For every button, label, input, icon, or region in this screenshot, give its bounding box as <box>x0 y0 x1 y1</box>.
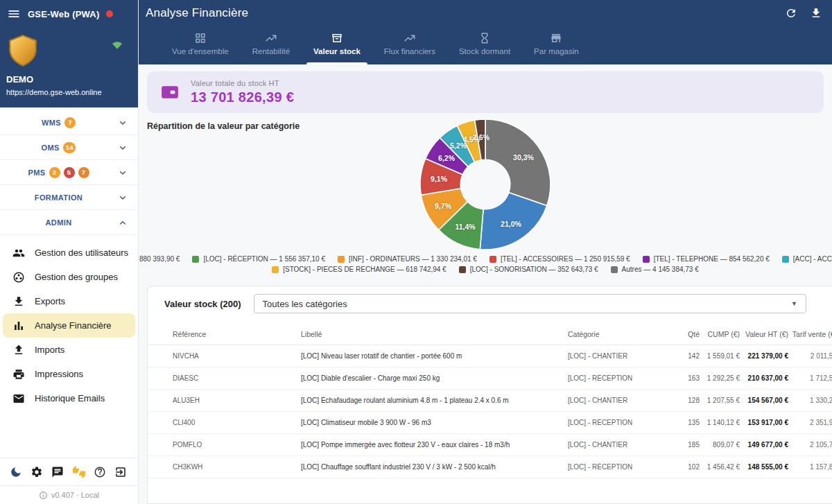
pie-slice-label: 6,2% <box>438 154 455 162</box>
legend-swatch <box>643 256 650 263</box>
cell-qte: 135 <box>666 419 700 426</box>
main-header: Analyse Financière Vue d'ensembleRentabi… <box>139 0 832 64</box>
legend-label: [ACC] - ACCESSOIRES — 712 592,18 € <box>793 255 832 263</box>
tab-active-indicator <box>452 62 517 64</box>
table-body: NIVCHA[LOC] Niveau laser rotatif de chan… <box>148 345 832 503</box>
tab-label: Flux financiers <box>384 47 435 55</box>
sidebar-section-admin[interactable]: ADMIN <box>0 210 138 235</box>
help-icon[interactable] <box>94 466 106 478</box>
legend-label: Autres — 4 145 384,73 € <box>622 266 699 273</box>
feedback-icon[interactable] <box>51 466 64 478</box>
content-area: Valeur totale du stock HT 13 701 826,39 … <box>139 64 832 504</box>
section-label: ADMIN <box>45 218 71 227</box>
table-row[interactable]: DIAESC[LOC] Diable d'escalier - Charge m… <box>148 367 832 390</box>
app-window: GSE-Web (PWA) DEMO https://demo.gse-web.… <box>0 0 832 504</box>
pie-slice-label: 11,4% <box>455 223 475 231</box>
table-title: Valeur stock (200) <box>164 299 241 309</box>
table-row[interactable]: NIVCHA[LOC] Niveau laser rotatif de chan… <box>148 345 832 367</box>
cell-tarif: 1 712,51 <box>788 374 832 382</box>
legend-label: [LOC] - CHANTIER — 2 880 393,90 € <box>139 255 180 263</box>
legend-item: [STOCK] - PIECES DE RECHANGE — 618 742,9… <box>272 266 446 273</box>
sidebar-item-gestion-des-groupes[interactable]: Gestion des groupes <box>3 265 135 289</box>
cell-tarif: 2 351,93 <box>788 419 832 426</box>
table-row[interactable]: ALU3EH[LOC] Échafaudage roulant aluminiu… <box>148 390 832 412</box>
votes-icon[interactable] <box>73 466 85 478</box>
dark-mode-icon[interactable] <box>10 466 22 478</box>
sidebar-item-gestion-des-utilisateurs[interactable]: Gestion des utilisateurs <box>3 241 135 265</box>
version-label: v0.407 · Local <box>51 491 99 499</box>
sidebar-section-formation[interactable]: FORMATION <box>0 185 138 210</box>
tab-active-indicator <box>306 62 367 64</box>
legend-item: [LOC] - CHANTIER — 2 880 393,90 € <box>139 255 180 263</box>
category-select[interactable]: Toutes les catégories ▼ <box>254 294 806 313</box>
section-label: FORMATION <box>35 193 83 202</box>
sidebar-item-historique-emails[interactable]: Historique Emails <box>3 386 135 410</box>
tab-stock-dormant[interactable]: Stock dormant <box>452 31 517 64</box>
section-label: OMS <box>42 144 60 152</box>
legend-label: [TEL] - ACCESSOIRES — 1 250 915,59 € <box>501 255 630 263</box>
legend-swatch <box>192 256 199 263</box>
environment-name: DEMO <box>6 74 33 85</box>
header-actions <box>785 7 825 19</box>
sidebar-item-impressions[interactable]: Impressions <box>3 362 135 386</box>
sidebar-item-imports[interactable]: Imports <box>3 338 135 362</box>
sidebar-item-label: Impressions <box>35 369 83 379</box>
pie-slice-label: 2,6% <box>473 133 489 141</box>
tab-label: Stock dormant <box>459 47 510 55</box>
tab-vue-d-ensemble[interactable]: Vue d'ensemble <box>165 31 236 64</box>
sidebar-item-label: Imports <box>35 345 64 355</box>
column-header-qte: Qté <box>666 330 700 338</box>
sidebar-item-label: Analyse Financière <box>35 320 112 331</box>
cell-valeur_ht: 210 637,00 € <box>740 374 788 382</box>
stock-total-card: Valeur totale du stock HT 13 701 826,39 … <box>147 71 824 113</box>
status-dot <box>106 10 113 17</box>
table-row[interactable]: CH3KWH[LOC] Chauffage soufflant industri… <box>148 456 832 478</box>
main-panel: Analyse Financière Vue d'ensembleRentabi… <box>139 0 832 504</box>
legend-swatch <box>782 256 789 263</box>
pie-slice-label: 9,7% <box>435 202 451 210</box>
stock-total-value: 13 701 826,39 € <box>191 89 294 105</box>
menu-icon[interactable] <box>7 7 21 21</box>
people-icon <box>12 247 25 259</box>
pie-slice-label: 9,1% <box>431 175 447 183</box>
settings-icon[interactable] <box>31 466 43 478</box>
legend-item: [TEL] - TELEPHONE — 854 562,20 € <box>643 255 770 263</box>
table-row[interactable]: CLI400[LOC] Climatiseur mobile 3 900 W -… <box>148 412 832 434</box>
sidebar-item-label: Gestion des groupes <box>35 272 118 282</box>
cell-categorie: [LOC] - RÉCEPTION <box>568 374 666 382</box>
wifi-icon <box>110 38 124 52</box>
cell-libelle: [LOC] Diable d'escalier - Charge maxi 25… <box>301 374 568 382</box>
sidebar-section-pms[interactable]: PMS257 <box>0 160 138 185</box>
cell-categorie: [LOC] - CHANTIER <box>568 352 666 360</box>
cell-cump: 1 207,55 € <box>700 397 740 404</box>
cell-libelle: [LOC] Échafaudage roulant aluminium 4.8 … <box>301 397 568 404</box>
cell-categorie: [LOC] - CHANTIER <box>568 397 666 404</box>
cell-ref: DIAESC <box>173 374 301 382</box>
chart-legend: [LOC] - CHANTIER — 2 880 393,90 €[LOC] -… <box>139 255 832 273</box>
trending-icon <box>404 32 416 44</box>
footer-icons <box>0 458 138 485</box>
tab-par-magasin[interactable]: Par magasin <box>527 31 586 64</box>
cell-libelle: [LOC] Climatiseur mobile 3 900 W - 96 m3 <box>301 419 568 426</box>
logout-icon[interactable] <box>114 466 127 478</box>
legend-item: [LOC] - SONORISATION — 352 643,73 € <box>459 266 598 273</box>
tab-valeur-stock[interactable]: Valeur stock <box>306 31 367 64</box>
print-icon <box>12 368 25 381</box>
chevron-down-icon <box>117 192 128 203</box>
table-row[interactable]: POMFLO[LOC] Pompe immergée avec flotteur… <box>148 434 832 456</box>
column-header-valeur-ht: Valeur HT (€) <box>740 330 788 338</box>
info-icon <box>39 491 48 500</box>
sidebar-item-exports[interactable]: Exports <box>3 289 135 313</box>
email-icon <box>12 392 25 405</box>
cell-ref: CLI400 <box>173 419 301 426</box>
tab-rentabilite[interactable]: Rentabilité <box>245 31 297 64</box>
legend-item: [ACC] - ACCESSOIRES — 712 592,18 € <box>782 255 832 263</box>
sidebar-section-wms[interactable]: WMS7 <box>0 110 138 135</box>
refresh-icon[interactable] <box>785 7 797 19</box>
sidebar-item-analyse-financiere[interactable]: Analyse Financière <box>3 313 135 338</box>
sidebar-section-oms[interactable]: OMS14 <box>0 135 138 160</box>
tab-active-indicator <box>245 62 297 64</box>
download-icon[interactable] <box>810 7 822 19</box>
legend-swatch <box>338 256 345 263</box>
tab-flux-financiers[interactable]: Flux financiers <box>377 31 442 64</box>
